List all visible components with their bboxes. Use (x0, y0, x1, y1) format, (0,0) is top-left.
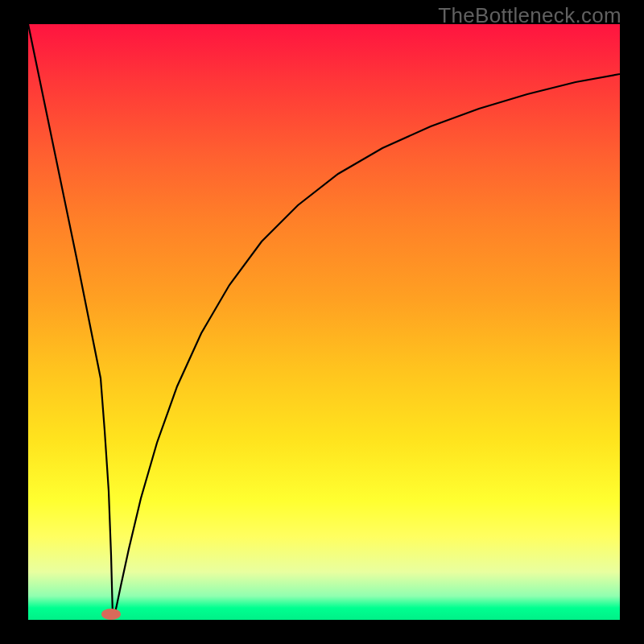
watermark-text: TheBottleneck.com (438, 3, 621, 28)
chart-stage: TheBottleneck.com (0, 0, 644, 644)
optimum-marker (101, 609, 121, 620)
chart-plot-area (28, 24, 620, 620)
bottleneck-curve (28, 24, 620, 620)
curve-path (28, 24, 620, 616)
